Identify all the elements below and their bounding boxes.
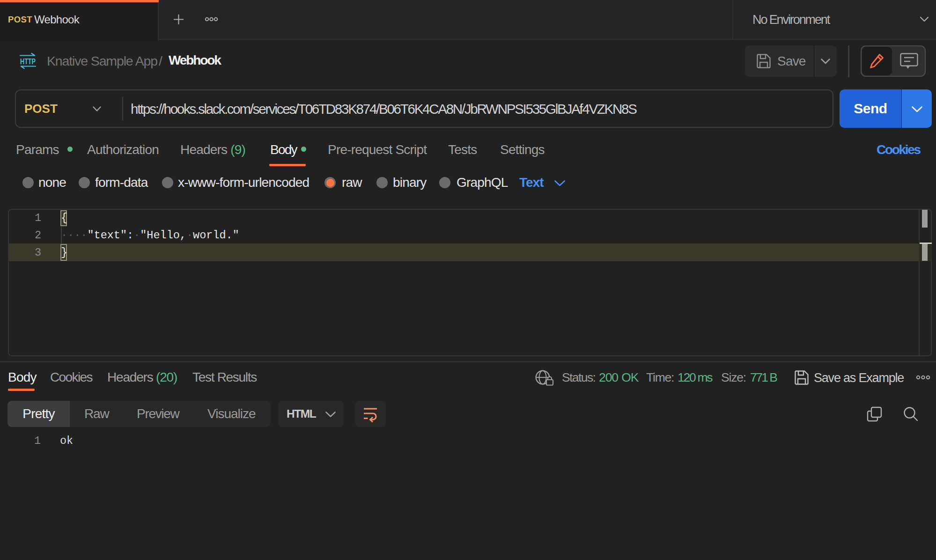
svg-text:HTTP: HTTP — [20, 58, 36, 66]
